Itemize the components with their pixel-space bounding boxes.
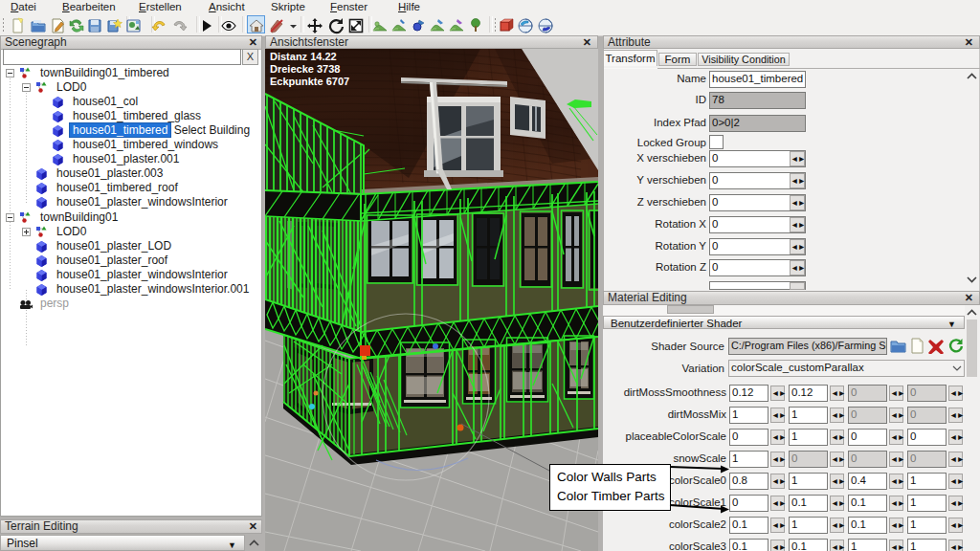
- svg-text:Dreiecke 3738: Dreiecke 3738: [270, 63, 340, 75]
- svg-text:Eckpunkte 6707: Eckpunkte 6707: [270, 76, 349, 87]
- svg-text:Distanz 14.22: Distanz 14.22: [270, 51, 337, 62]
